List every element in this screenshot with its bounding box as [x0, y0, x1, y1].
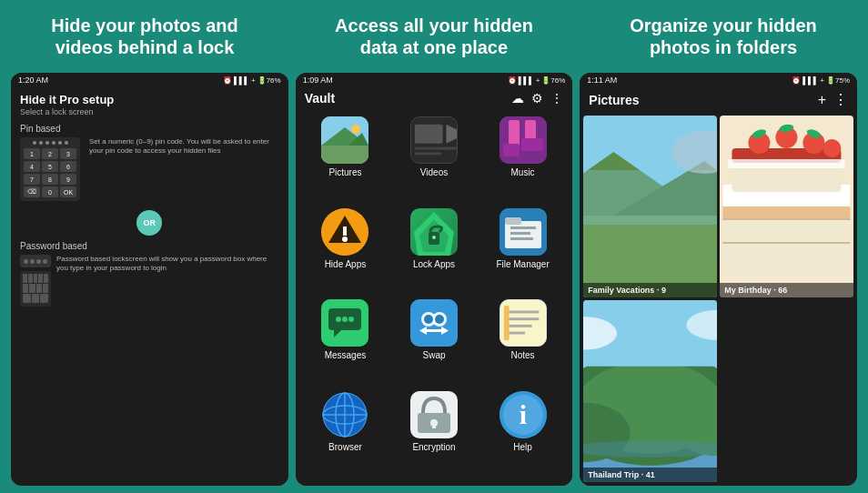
svg-point-4	[351, 125, 360, 134]
phones-row: 1:20 AM ⏰ ▌▌▌ + 🔋76% Hide it Pro setup S…	[0, 73, 868, 493]
phone1-status-icons: ⏰ ▌▌▌ + 🔋76%	[223, 76, 281, 85]
kb-key[interactable]	[43, 284, 48, 293]
pictures-icon	[321, 116, 368, 164]
kb-key[interactable]	[38, 274, 43, 283]
password-input-mock[interactable]	[20, 255, 51, 267]
kb-key[interactable]	[29, 284, 35, 293]
grid-item-browser[interactable]: Browser	[303, 391, 389, 479]
family-vacations-label: Family Vacations · 9	[583, 283, 717, 297]
phone1-status-bar: 1:20 AM ⏰ ▌▌▌ + 🔋76%	[11, 73, 288, 87]
messages-svg	[321, 299, 368, 347]
pictures-title: Pictures	[589, 93, 639, 107]
svg-point-30	[336, 317, 341, 322]
svg-rect-18	[343, 226, 347, 236]
wifi-icon: +	[536, 76, 540, 85]
svg-rect-14	[521, 138, 543, 151]
pin-row: 1 2 3 4 5 6 7 8	[20, 137, 279, 205]
key-2[interactable]: 2	[42, 148, 58, 159]
grid-item-hideapps[interactable]: Hide Apps	[303, 208, 389, 297]
kb-key[interactable]	[32, 294, 40, 303]
pw-dot	[36, 259, 41, 264]
kb-key[interactable]	[36, 284, 42, 293]
svg-point-31	[342, 317, 348, 322]
phone1-title: Hide it Pro setup	[20, 93, 279, 106]
key-1[interactable]: 1	[24, 148, 40, 159]
key-6[interactable]: 6	[60, 161, 76, 172]
key-ok[interactable]: OK	[60, 186, 76, 197]
pw-row: Password based lockscreen will show you …	[20, 255, 279, 307]
grid-item-notes[interactable]: Notes	[480, 299, 566, 387]
music-svg	[500, 116, 547, 164]
password-section-label: Password based	[20, 241, 279, 251]
more-icon[interactable]: ⋮	[833, 91, 848, 108]
svg-point-32	[348, 317, 354, 322]
add-icon[interactable]: +	[818, 92, 826, 108]
svg-point-76	[823, 139, 842, 157]
filemanager-icon	[500, 208, 547, 256]
key-5[interactable]: 5	[42, 161, 58, 172]
grid-item-music[interactable]: Music	[480, 116, 566, 205]
grid-label-swap: Swap	[422, 350, 445, 360]
kb-key[interactable]	[34, 274, 38, 283]
phone3-status-icons: ⏰ ▌▌▌ + 🔋75%	[792, 76, 850, 85]
grid-item-filemanager[interactable]: File Manager	[480, 208, 566, 297]
grid-item-help[interactable]: i Help	[480, 391, 566, 479]
photo-my-birthday[interactable]: My Birthday · 66	[720, 116, 853, 297]
keypad-row: ⌫ 0 OK	[24, 186, 76, 197]
pin-keypad: 1 2 3 4 5 6 7 8	[20, 137, 80, 201]
phone3-status-bar: 1:11 AM ⏰ ▌▌▌ + 🔋75%	[580, 73, 857, 87]
music-icon	[500, 116, 547, 164]
svg-rect-25	[510, 232, 530, 235]
more-icon[interactable]: ⋮	[550, 91, 563, 106]
svg-rect-8	[415, 147, 457, 150]
key-4[interactable]: 4	[24, 161, 40, 172]
key-0[interactable]: 0	[42, 186, 58, 197]
key-del[interactable]: ⌫	[24, 186, 40, 197]
lockapps-icon	[410, 208, 458, 256]
header-3: Organize your hiddenphotos in folders	[579, 0, 868, 73]
browser-svg	[321, 391, 368, 438]
pictures-grid: Family Vacations · 9	[580, 112, 857, 486]
grid-item-lockapps[interactable]: Lock Apps	[391, 208, 477, 297]
grid-item-messages[interactable]: Messages	[303, 299, 389, 387]
key-8[interactable]: 8	[42, 174, 58, 185]
svg-rect-56	[432, 423, 436, 428]
photo-family-vacations[interactable]: Family Vacations · 9	[583, 116, 717, 297]
key-9[interactable]: 9	[60, 174, 76, 185]
svg-rect-11	[509, 120, 520, 147]
svg-point-36	[424, 315, 433, 324]
kb-key[interactable]	[40, 294, 48, 303]
kb-key[interactable]	[23, 284, 28, 293]
phone2-time: 1:09 AM	[303, 75, 333, 85]
birthday-image	[720, 116, 853, 297]
grid-label-music: Music	[510, 167, 534, 177]
grid-label-hideapps: Hide Apps	[325, 259, 367, 269]
password-input-block	[20, 255, 51, 307]
notes-icon	[500, 299, 547, 347]
grid-item-videos[interactable]: Videos	[391, 116, 477, 205]
svg-rect-46	[503, 306, 509, 340]
kb-key[interactable]	[44, 274, 48, 283]
sliders-icon[interactable]: ⚙	[531, 91, 543, 106]
kb-key[interactable]	[23, 274, 27, 283]
cloud-icon[interactable]: ☁	[511, 91, 524, 106]
svg-rect-24	[510, 226, 536, 229]
phone2-status-bar: 1:09 AM ⏰ ▌▌▌ + 🔋76%	[296, 73, 573, 87]
kb-key[interactable]	[23, 294, 31, 303]
grid-label-help: Help	[513, 442, 532, 452]
key-3[interactable]: 3	[60, 148, 76, 159]
kb-key[interactable]	[28, 274, 33, 283]
phone3-header: Pictures + ⋮	[580, 87, 857, 112]
grid-item-pictures[interactable]: Pictures	[303, 116, 389, 205]
svg-point-91	[583, 441, 717, 458]
photo-thailand-trip[interactable]: Thailand Trip · 41	[583, 300, 717, 482]
key-7[interactable]: 7	[24, 174, 40, 185]
pictures-svg	[321, 116, 368, 164]
pin-dot	[58, 141, 62, 145]
grid-item-swap[interactable]: Swap	[391, 299, 477, 387]
vault-header-icons: ☁ ⚙ ⋮	[511, 91, 563, 106]
swap-icon	[410, 299, 458, 347]
grid-label-lockapps: Lock Apps	[413, 259, 455, 269]
grid-item-encryption[interactable]: Encryption	[391, 391, 477, 479]
videos-icon	[410, 116, 458, 164]
